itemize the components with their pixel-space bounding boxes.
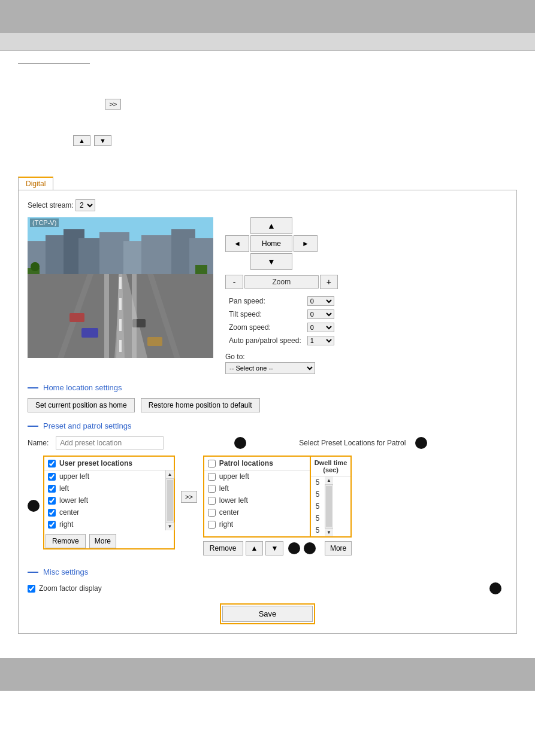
patrol-item-label: lower left: [219, 496, 248, 505]
zoom-factor-checkbox[interactable]: [28, 585, 35, 593]
camera-label: (TCP-V): [30, 218, 59, 227]
patrol-list: upper left left lower left: [204, 470, 310, 530]
select-stream-dropdown[interactable]: 1 2 3 4: [75, 199, 95, 211]
user-preset-title: User preset locations: [59, 459, 132, 467]
tab-digital[interactable]: Digital: [18, 177, 53, 190]
preset-item-checkbox-right[interactable]: [48, 521, 56, 529]
dwell-values-row: 5 5 5 5 5 ▲ ▼: [311, 476, 350, 536]
list-item: lower left: [44, 494, 165, 506]
ptz-down-button[interactable]: ▼: [250, 253, 292, 270]
annotation-circle-6: [489, 582, 501, 594]
patrol-item-checkbox-upper-left[interactable]: [208, 473, 216, 481]
patrol-more-button[interactable]: More: [325, 541, 352, 555]
preset-item-checkbox-upper-left[interactable]: [48, 473, 56, 481]
ptz-controls: ▲ ◄ Home ► ▼ - Zoom: [225, 217, 338, 374]
pan-speed-select[interactable]: 012: [307, 296, 334, 306]
tab-container: Digital Select stream: 1 2 3 4 (TCP-V): [18, 177, 517, 634]
list-item: center: [44, 506, 165, 518]
name-input[interactable]: [56, 436, 164, 450]
patrol-item-checkbox-left[interactable]: [208, 485, 216, 493]
camera-ptz-row: (TCP-V): [28, 217, 507, 374]
section-line-3: [28, 572, 38, 573]
name-label: Name:: [28, 439, 49, 447]
preset-item-label: center: [59, 508, 79, 517]
zoom-label: Zoom: [244, 275, 319, 289]
user-preset-list-container: upper left left lower left: [44, 470, 174, 530]
patrol-dwell-container: Patrol locations upper left: [203, 456, 352, 555]
dwell-values: 5 5 5 5 5: [311, 476, 325, 536]
patrol-checkbox[interactable]: [208, 460, 216, 467]
svg-rect-8: [141, 235, 174, 274]
svg-rect-12: [31, 262, 40, 271]
annotation-circle-4: [288, 542, 300, 554]
patrol-item-label: center: [219, 508, 239, 517]
scroll-up-arrow[interactable]: ▲: [166, 470, 174, 479]
misc-settings-header: Misc settings: [28, 567, 507, 576]
user-preset-header: User preset locations: [44, 457, 174, 470]
up-arrow-button[interactable]: ▲: [73, 135, 90, 146]
set-home-button[interactable]: Set current position as home: [28, 398, 135, 412]
patrol-scroll-up[interactable]: ▲: [325, 476, 333, 485]
home-location-header: Home location settings: [28, 383, 507, 392]
down-arrow-button[interactable]: ▼: [94, 135, 111, 146]
select-preset-label: Select Preset Locations for Patrol: [299, 439, 406, 447]
patrol-remove-button[interactable]: Remove: [203, 541, 243, 555]
ptz-right-button[interactable]: ►: [294, 235, 318, 252]
preset-bottom-buttons: Remove More: [44, 534, 174, 548]
list-item: lower left: [204, 494, 310, 506]
dwell-item: 5: [311, 500, 325, 512]
preset-item-checkbox-left[interactable]: [48, 485, 56, 493]
ptz-up-button[interactable]: ▲: [250, 217, 292, 234]
top-bar: [0, 0, 535, 33]
ptz-home-button[interactable]: Home: [250, 235, 292, 252]
patrol-list-container: upper left left lower left: [204, 470, 310, 530]
home-location-title: Home location settings: [43, 383, 122, 392]
list-item: upper left: [44, 470, 165, 482]
zoom-factor-label: Zoom factor display: [39, 584, 102, 593]
svg-rect-26: [147, 337, 162, 346]
autopan-speed-select[interactable]: 012: [307, 336, 334, 345]
annotation-circle-1: [28, 500, 40, 512]
speed-table: Pan speed: 012 Tilt speed: 012 Zoom spee…: [225, 294, 338, 348]
patrol-item-checkbox-right[interactable]: [208, 521, 216, 529]
zoom-speed-select[interactable]: 012: [307, 323, 334, 332]
patrol-item-checkbox-lower-left[interactable]: [208, 497, 216, 505]
patrol-scrollbar: ▲ ▼: [325, 476, 333, 536]
zoom-speed-label: Zoom speed:: [226, 321, 304, 333]
preset-item-checkbox-lower-left[interactable]: [48, 497, 56, 505]
misc-settings-title: Misc settings: [43, 567, 88, 576]
scroll-down-arrow[interactable]: ▼: [166, 522, 174, 530]
preset-item-label: right: [59, 520, 73, 529]
user-preset-checkbox[interactable]: [48, 460, 56, 467]
tab-bar: Digital: [18, 177, 517, 190]
list-item: right: [44, 518, 165, 530]
preset-item-checkbox-center[interactable]: [48, 509, 56, 517]
tilt-speed-label: Tilt speed:: [226, 308, 304, 320]
tilt-speed-select[interactable]: 012: [307, 309, 334, 319]
restore-home-button[interactable]: Restore home position to default: [141, 398, 260, 412]
section-line: [28, 387, 38, 388]
patrol-item-label: left: [219, 484, 229, 493]
goto-select[interactable]: -- Select one --: [225, 362, 315, 374]
ptz-left-button[interactable]: ◄: [225, 235, 249, 252]
patrol-scroll-track: [326, 486, 332, 527]
patrol-item-label: upper left: [219, 472, 249, 481]
zoom-plus-button[interactable]: +: [320, 275, 338, 289]
transfer-button[interactable]: >>: [181, 491, 197, 503]
patrol-up-button[interactable]: ▲: [246, 541, 264, 555]
goto-label: Go to:: [225, 353, 338, 361]
patrol-scroll-down[interactable]: ▼: [325, 528, 333, 536]
chevron-right-button[interactable]: >>: [105, 99, 121, 110]
save-button[interactable]: Save: [222, 606, 313, 622]
preset-remove-button[interactable]: Remove: [46, 534, 86, 548]
pan-speed-label: Pan speed:: [226, 295, 304, 307]
preset-more-button[interactable]: More: [89, 534, 116, 548]
patrol-item-checkbox-center[interactable]: [208, 509, 216, 517]
patrol-down-button[interactable]: ▼: [265, 541, 283, 555]
bottom-bar: [0, 658, 535, 691]
home-buttons-row: Set current position as home Restore hom…: [28, 398, 507, 412]
svg-rect-20: [119, 298, 122, 310]
zoom-minus-button[interactable]: -: [225, 275, 243, 289]
misc-zoom-row: Zoom factor display: [28, 582, 507, 594]
scroll-track: [167, 480, 173, 521]
